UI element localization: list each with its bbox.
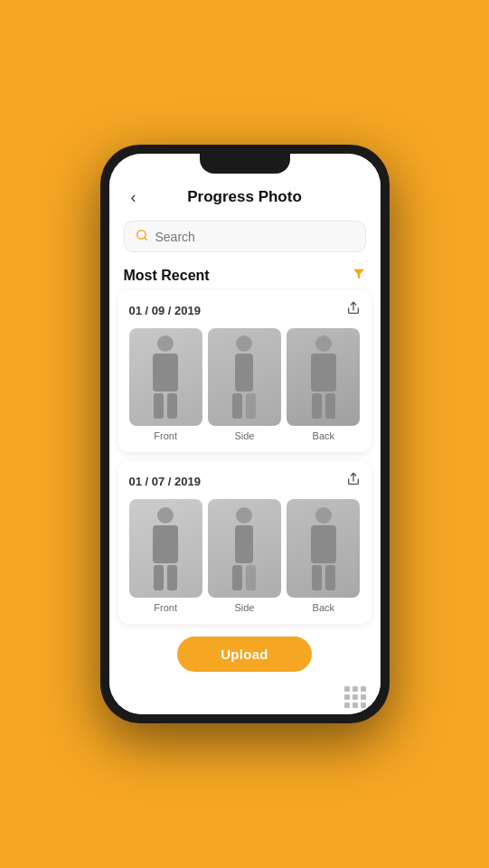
search-box: [124, 221, 366, 252]
phone-notch: [200, 154, 290, 174]
photo-thumb-back-1: [287, 328, 360, 426]
photo-item-front-1[interactable]: Front: [129, 328, 202, 441]
photo-item-side-2[interactable]: Side: [208, 499, 281, 612]
photo-item-side-1[interactable]: Side: [208, 328, 281, 441]
page-title: Progress Photo: [187, 188, 302, 206]
photo-item-back-1[interactable]: Back: [287, 328, 360, 441]
screen-content: ‹ Progress Photo Most Recent: [109, 154, 381, 714]
date-row-1: 01 / 09 / 2019: [129, 301, 361, 319]
photos-row-1: Front Side: [129, 328, 361, 441]
photo-item-back-2[interactable]: Back: [287, 499, 360, 612]
photo-card-2: 01 / 07 / 2019: [118, 461, 371, 623]
dot-7: [344, 703, 350, 708]
photo-label-side-1: Side: [234, 430, 254, 441]
filter-icon[interactable]: [352, 267, 366, 285]
photo-thumb-side-1: [208, 328, 281, 426]
search-input[interactable]: [155, 230, 354, 244]
photo-thumb-side-2: [208, 499, 281, 597]
photo-thumb-front-2: [129, 499, 202, 597]
header: ‹ Progress Photo: [109, 179, 381, 213]
photo-thumb-back-2: [287, 499, 360, 597]
dot-2: [353, 686, 358, 692]
svg-line-1: [144, 238, 146, 241]
card-date-2: 01 / 07 / 2019: [129, 475, 202, 488]
search-container: [109, 213, 381, 259]
photo-label-front-2: Front: [154, 602, 177, 613]
search-icon: [136, 229, 148, 244]
photo-item-front-2[interactable]: Front: [129, 499, 202, 612]
back-button[interactable]: ‹: [124, 184, 144, 211]
dot-8: [353, 703, 358, 708]
date-row-2: 01 / 07 / 2019: [129, 472, 361, 490]
dot-3: [361, 686, 366, 692]
dot-6: [361, 694, 366, 700]
dot-9: [361, 703, 366, 708]
share-icon-1[interactable]: [346, 301, 361, 319]
bottom-nav: [109, 683, 381, 714]
photo-label-back-1: Back: [313, 430, 334, 441]
dot-1: [344, 686, 350, 692]
section-header: Most Recent: [109, 259, 381, 290]
photos-row-2: Front Side: [129, 499, 361, 612]
photo-label-side-2: Side: [234, 602, 254, 613]
dot-5: [353, 694, 358, 700]
upload-wrap: Upload: [109, 633, 381, 683]
share-icon-2[interactable]: [346, 472, 361, 490]
section-title: Most Recent: [124, 268, 210, 284]
dot-4: [344, 694, 350, 700]
upload-button[interactable]: Upload: [177, 637, 312, 672]
photo-card-1: 01 / 09 / 2019: [118, 290, 371, 452]
card-date-1: 01 / 09 / 2019: [129, 304, 202, 317]
photo-thumb-front-1: [129, 328, 202, 426]
phone-frame: ‹ Progress Photo Most Recent: [100, 145, 390, 723]
photo-label-back-2: Back: [313, 602, 334, 613]
dots-grid-icon[interactable]: [344, 686, 366, 708]
photo-label-front-1: Front: [154, 430, 177, 441]
phone-screen: ‹ Progress Photo Most Recent: [109, 154, 381, 714]
